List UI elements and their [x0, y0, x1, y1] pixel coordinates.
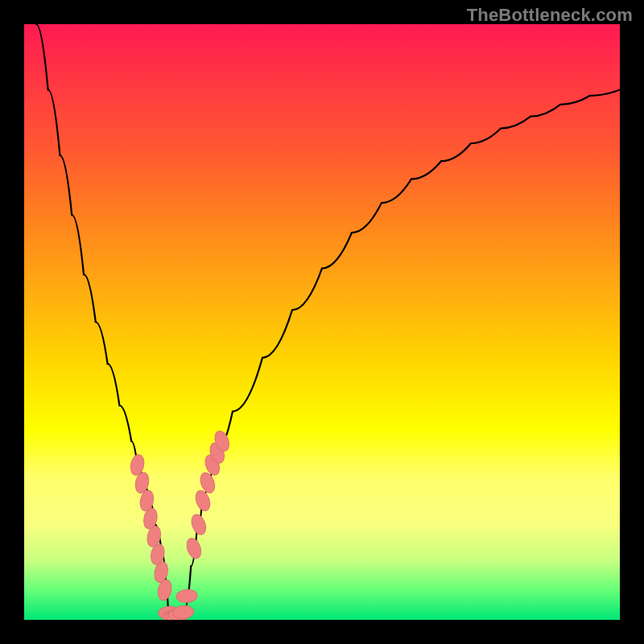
marker-point: [189, 513, 208, 537]
plot-area: [24, 24, 620, 620]
frame-border: TheBottleneck.com: [0, 0, 644, 644]
marker-point: [175, 588, 197, 603]
chart-svg: [24, 24, 620, 620]
marker-group: [129, 429, 232, 620]
watermark-text: TheBottleneck.com: [467, 5, 633, 26]
bottleneck-curve: [36, 24, 620, 620]
curve-path: [36, 24, 620, 620]
marker-point: [184, 536, 204, 560]
